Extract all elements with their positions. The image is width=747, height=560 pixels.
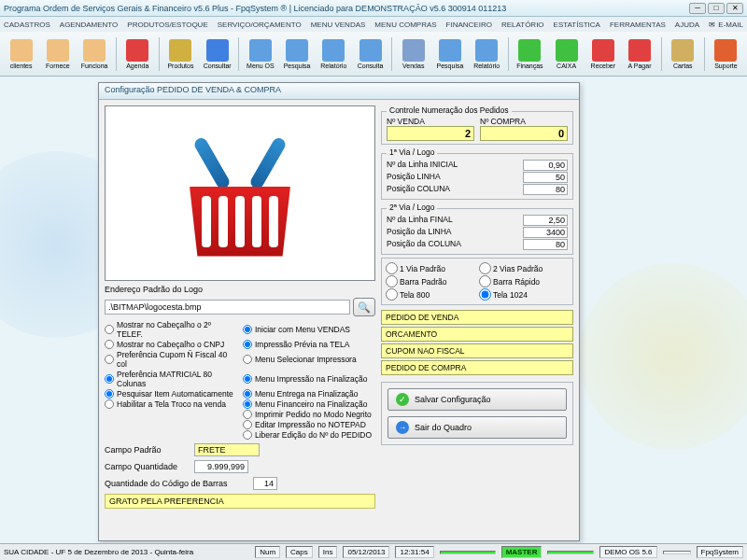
menu-compras[interactable]: MENU COMPRAS xyxy=(374,21,436,29)
menu-vendas[interactable]: MENU VENDAS xyxy=(311,21,366,29)
options-grid: Mostrar no Cabeçalho o 2º TELEF.Iniciar … xyxy=(105,320,375,440)
opt-right-0[interactable]: Iniciar com Menu VENDAS xyxy=(243,320,375,339)
basket-icon xyxy=(170,131,310,257)
via2-group: 2ª Via / Logo Nº da Linha FINALPosição d… xyxy=(381,208,573,255)
menu-servico[interactable]: SERVIÇO/ORÇAMENTO xyxy=(218,21,302,29)
menu-agendamento[interactable]: AGENDAMENTO xyxy=(60,21,119,29)
save-config-button[interactable]: ✓Salvar Configuração xyxy=(388,388,567,411)
radio-4[interactable]: Tela 800 xyxy=(386,288,475,301)
opt-right-4[interactable]: Menu Entrega na Finalização xyxy=(243,389,375,399)
status-master: MASTER xyxy=(501,546,543,558)
toolbar-clientes[interactable]: clientes xyxy=(4,34,38,75)
cod-barras-input[interactable] xyxy=(253,477,277,490)
opt-left-0[interactable]: Mostrar no Cabeçalho o 2º TELEF. xyxy=(105,320,237,339)
yellow-field-0[interactable]: PEDIDO DE VENDA xyxy=(381,310,573,325)
menu-email[interactable]: ✉ E-MAIL xyxy=(709,21,743,29)
via1-input-1[interactable] xyxy=(523,172,568,183)
bg-decoration xyxy=(579,263,747,450)
toolbar-vendas[interactable]: Vendas xyxy=(396,34,430,75)
radio-3[interactable]: Barra Rápido xyxy=(479,275,569,287)
campo-qtd-input[interactable] xyxy=(194,460,248,473)
n-compra-label: Nº COMPRA xyxy=(480,117,568,126)
status-brand: FpqSystem xyxy=(697,546,743,558)
radio-0[interactable]: 1 Via Padrão xyxy=(386,262,475,274)
toolbar-a pagar[interactable]: A Pagar xyxy=(622,34,656,75)
status-date: 05/12/2013 xyxy=(343,546,389,558)
opt-left-3[interactable]: Preferência MATRICIAL 80 Colunas xyxy=(105,370,237,388)
toolbar-relatório[interactable]: Relatório xyxy=(317,34,351,75)
yellow-field-2[interactable]: CUPOM NAO FISCAL xyxy=(381,343,573,358)
yellow-field-1[interactable]: ORCAMENTO xyxy=(381,327,573,342)
toolbar-consultar[interactable]: Consultar xyxy=(200,34,234,75)
status-time: 12:31:54 xyxy=(395,546,433,558)
dialog-buttons: ✓Salvar Configuração →Sair do Quadro xyxy=(381,382,573,445)
workspace: Configuração PEDIDO DE VENDA & COMPRA En… xyxy=(0,77,747,543)
toolbar-relatório[interactable]: Relatório xyxy=(470,34,504,75)
status-num: Num xyxy=(255,546,280,558)
opt-left-5[interactable]: Habilitar a Tela Troco na venda xyxy=(105,399,237,409)
n-venda-input[interactable] xyxy=(387,126,474,141)
radio-1[interactable]: 2 Vias Padrão xyxy=(479,262,569,274)
yellow-field-3[interactable]: PEDIDO DE COMPRA xyxy=(381,360,573,375)
opt-right-5[interactable]: Menu Financeiro na Finalização xyxy=(243,399,375,409)
controle-numeracao-group: Controle Numeração dos Pedidos Nº VENDA … xyxy=(381,111,573,145)
menu-cadastros[interactable]: CADASTROS xyxy=(4,21,50,29)
opt-right-6[interactable]: Imprimir Pedido no Modo Negrito xyxy=(243,410,375,419)
status-caps: Caps xyxy=(286,546,313,558)
toolbar-suporte[interactable]: Suporte xyxy=(709,34,743,75)
opt-right-2[interactable]: Menu Selecionar Impressora xyxy=(243,350,375,369)
browse-button[interactable]: 🔍 xyxy=(353,298,375,316)
toolbar-cartas[interactable]: Cartas xyxy=(666,34,700,75)
close-button[interactable]: ✕ xyxy=(726,3,743,14)
opt-right-3[interactable]: Menu Impressão na Finalização xyxy=(243,370,375,388)
toolbar: clientesForneceFuncionaAgendaProdutosCon… xyxy=(0,32,747,77)
campo-padrao-label: Campo Padrão xyxy=(105,445,190,455)
via1-input-2[interactable] xyxy=(523,184,568,195)
n-compra-input[interactable] xyxy=(480,126,568,141)
via2-input-2[interactable] xyxy=(523,239,568,250)
status-demo: DEMO OS 5.6 xyxy=(599,546,656,558)
campo-padrao-input[interactable] xyxy=(194,443,260,456)
titlebar: Programa Ordem de Serviços Gerais & Fina… xyxy=(0,0,747,17)
via1-group: 1ª Via / Logo Nº da Linha INICIALPosição… xyxy=(381,153,573,200)
toolbar-pesquisa[interactable]: Pesquisa xyxy=(432,34,467,75)
cod-barras-label: Quantidade do Código de Barras xyxy=(105,479,249,488)
menubar: CADASTROS AGENDAMENTO PRODUTOS/ESTOQUE S… xyxy=(0,17,747,32)
via2-row-2: Posição da COLUNA xyxy=(387,239,568,250)
opt-left-2[interactable]: Preferência Cupom Ñ Fiscal 40 col xyxy=(105,350,237,369)
menu-ajuda[interactable]: AJUDA xyxy=(675,21,699,29)
via2-input-0[interactable] xyxy=(523,215,568,226)
opt-right-1[interactable]: Impressão Prévia na TELA xyxy=(243,340,375,349)
toolbar-funciona[interactable]: Funciona xyxy=(77,34,111,75)
via1-row-2: Posição COLUNA xyxy=(387,184,568,195)
menu-relatorio[interactable]: RELATÓRIO xyxy=(501,21,544,29)
opt-left-1[interactable]: Mostrar no Cabeçalho o CNPJ xyxy=(105,340,237,349)
menu-estatistica[interactable]: ESTATÍSTICA xyxy=(554,21,600,29)
campo-qtd-label: Campo Quantidade xyxy=(105,462,190,471)
toolbar-consulta[interactable]: Consulta xyxy=(353,34,388,75)
opt-right-8[interactable]: Liberar Edição do Nº do PEDIDO xyxy=(243,430,375,440)
footer-msg-input[interactable]: GRATO PELA PREFERENCIA xyxy=(105,494,375,509)
toolbar-finanças[interactable]: Finanças xyxy=(513,34,547,75)
toolbar-menu os[interactable]: Menu OS xyxy=(243,34,277,75)
menu-financeiro[interactable]: FINANCEIRO xyxy=(446,21,492,29)
radio-2[interactable]: Barra Padrão xyxy=(386,275,475,287)
radio-5[interactable]: Tela 1024 xyxy=(479,288,569,301)
via1-input-0[interactable] xyxy=(523,160,568,171)
toolbar-receber[interactable]: Receber xyxy=(585,34,620,75)
opt-right-7[interactable]: Editar Impressão no NOTEPAD xyxy=(243,420,375,429)
logo-path-input[interactable] xyxy=(105,300,350,315)
menu-ferramentas[interactable]: FERRAMENTAS xyxy=(610,21,666,29)
opt-left-4[interactable]: Pesquisar Item Automaticamente xyxy=(105,389,237,399)
logo-preview xyxy=(105,105,375,281)
toolbar-pesquisa[interactable]: Pesquisa xyxy=(279,34,314,75)
toolbar-produtos[interactable]: Produtos xyxy=(163,34,198,75)
exit-button[interactable]: →Sair do Quadro xyxy=(388,416,567,439)
toolbar-caixa[interactable]: CAIXA xyxy=(549,34,584,75)
minimize-button[interactable]: ─ xyxy=(689,3,706,14)
via2-input-1[interactable] xyxy=(523,227,568,238)
toolbar-fornece[interactable]: Fornece xyxy=(40,34,75,75)
menu-produtos[interactable]: PRODUTOS/ESTOQUE xyxy=(127,21,207,29)
toolbar-agenda[interactable]: Agenda xyxy=(120,34,155,75)
maximize-button[interactable]: □ xyxy=(708,3,725,14)
